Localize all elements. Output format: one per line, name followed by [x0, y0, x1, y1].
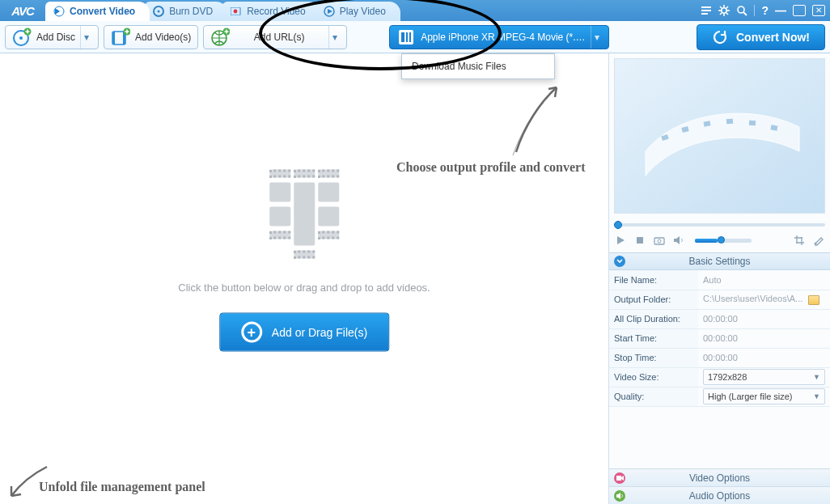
svg-line-17 — [720, 13, 722, 15]
svg-rect-24 — [112, 32, 115, 44]
filmstrip3d-icon — [637, 87, 807, 184]
close-button[interactable]: ✕ — [812, 5, 825, 16]
tab-convert-video[interactable]: Convert Video — [45, 2, 150, 21]
empty-state: Click the button below or drag and drop … — [178, 170, 430, 352]
row-all-clip-duration: All Clip Duration: 00:00:00 — [609, 309, 830, 328]
add-files-button[interactable]: + Add or Drag File(s) — [219, 313, 389, 352]
volume-slider[interactable] — [695, 239, 752, 243]
options-icon[interactable] — [701, 5, 712, 16]
svg-point-41 — [658, 239, 661, 243]
add-videos-button[interactable]: Add Video(s) — [104, 25, 198, 49]
annotation-arrow-icon — [5, 462, 53, 502]
svg-line-19 — [743, 12, 747, 15]
setting-value[interactable]: 00:00:00 — [698, 328, 830, 348]
setting-value: 00:00:00 — [698, 309, 830, 328]
svg-point-2 — [158, 11, 160, 13]
svg-point-42 — [815, 243, 817, 245]
plus-icon: + — [241, 322, 262, 343]
edit-button[interactable] — [812, 234, 825, 247]
window-controls: ? — ✕ — [696, 0, 830, 21]
tab-burn-dvd[interactable]: Burn DVD — [145, 2, 227, 21]
file-list-panel: Choose output profile and convert Click … — [0, 53, 609, 504]
add-disc-button[interactable]: Add Disc ▾ — [5, 25, 99, 49]
row-output-folder: Output Folder: C:\Users\user\Videos\A... — [609, 290, 830, 309]
svg-rect-31 — [406, 32, 408, 42]
video-options-header[interactable]: Video Options — [609, 468, 830, 486]
setting-label: Start Time: — [609, 328, 698, 348]
svg-rect-30 — [401, 32, 404, 42]
play-button[interactable] — [614, 234, 627, 247]
svg-rect-37 — [749, 121, 756, 126]
setting-value[interactable]: Auto — [698, 270, 830, 290]
dropdown-arrow-icon[interactable]: ▾ — [80, 26, 91, 49]
setting-label: Quality: — [609, 387, 698, 406]
setting-value[interactable]: C:\Users\user\Videos\A... — [698, 290, 830, 309]
menu-item-download-music[interactable]: Download Music Files — [402, 54, 554, 78]
setting-value-cell: 1792x828▼ — [698, 367, 830, 387]
row-video-size: Video Size: 1792x828▼ — [609, 367, 830, 387]
video-icon — [614, 472, 625, 484]
folder-icon[interactable] — [808, 295, 819, 305]
tab-label: Play Video — [340, 6, 386, 17]
title-bar: AVC Convert Video Burn DVD Record Video … — [0, 0, 830, 21]
row-file-name: File Name: Auto — [609, 270, 830, 290]
preview-controls — [614, 231, 825, 249]
tab-label: Convert Video — [70, 6, 135, 17]
svg-point-21 — [19, 36, 23, 40]
snapshot-button[interactable] — [653, 234, 666, 247]
row-quality: Quality: High (Larger file size)▼ — [609, 387, 830, 406]
help-icon[interactable]: ? — [761, 4, 769, 17]
button-label: Add Disc — [36, 32, 75, 43]
stop-button[interactable] — [633, 234, 646, 247]
button-label: Add Video(s) — [135, 32, 191, 43]
setting-value[interactable]: 00:00:00 — [698, 348, 830, 367]
crop-button[interactable] — [793, 234, 806, 247]
setting-value-cell: High (Larger file size)▼ — [698, 387, 830, 406]
section-title: Audio Options — [689, 490, 750, 502]
basic-settings-header[interactable]: Basic Settings — [609, 252, 830, 270]
svg-rect-6 — [701, 6, 711, 8]
output-profile-button[interactable]: Apple iPhone XR MPEG-4 Movie (*.m... ▾ — [389, 25, 609, 49]
button-label: Add or Drag File(s) — [272, 326, 367, 339]
play-icon — [324, 6, 335, 17]
gear-icon[interactable] — [718, 5, 730, 16]
film-plus-icon — [111, 28, 130, 47]
annotation-unfold-panel: Unfold file management panel — [39, 480, 205, 494]
dropdown-arrow-icon[interactable]: ▾ — [591, 26, 602, 49]
mute-button[interactable] — [672, 234, 685, 247]
tab-strip: Convert Video Burn DVD Record Video Play… — [45, 0, 396, 21]
svg-line-16 — [726, 6, 728, 8]
video-size-select[interactable]: 1792x828▼ — [703, 369, 825, 385]
section-title: Video Options — [689, 472, 750, 484]
quality-select[interactable]: High (Larger file size)▼ — [703, 388, 825, 404]
dropdown-arrow-icon[interactable]: ▾ — [328, 26, 340, 49]
toolbar: Add Disc ▾ Add Video(s) Add URL(s) ▾ App… — [0, 21, 830, 53]
progress-slider[interactable] — [614, 218, 825, 231]
profile-icon — [396, 28, 416, 47]
chevron-icon — [614, 256, 625, 267]
svg-rect-39 — [637, 237, 643, 244]
audio-options-header[interactable]: Audio Options — [609, 486, 830, 504]
button-label: Convert Now! — [736, 31, 810, 44]
row-stop-time: Stop Time: 00:00:00 — [609, 348, 830, 367]
minimize-button[interactable]: — — [775, 4, 786, 17]
button-label: Add URL(s) — [235, 32, 324, 43]
svg-line-14 — [720, 6, 722, 8]
record-icon — [231, 6, 242, 17]
add-url-dropdown-menu: Download Music Files — [401, 53, 555, 79]
setting-label: All Clip Duration: — [609, 309, 698, 328]
svg-rect-8 — [701, 13, 708, 15]
convert-icon — [53, 6, 65, 17]
setting-label: Output Folder: — [609, 290, 698, 309]
setting-label: Stop Time: — [609, 348, 698, 367]
convert-now-button[interactable]: Convert Now! — [697, 24, 825, 50]
add-url-button[interactable]: Add URL(s) ▾ — [203, 25, 347, 49]
maximize-button[interactable] — [793, 5, 806, 16]
disc-icon — [153, 6, 164, 17]
tab-label: Burn DVD — [169, 6, 213, 17]
svg-rect-32 — [409, 32, 411, 42]
tab-play-video[interactable]: Play Video — [315, 2, 400, 21]
refresh-icon — [712, 29, 728, 45]
tab-record-video[interactable]: Record Video — [222, 2, 320, 21]
search-icon[interactable] — [736, 5, 747, 16]
